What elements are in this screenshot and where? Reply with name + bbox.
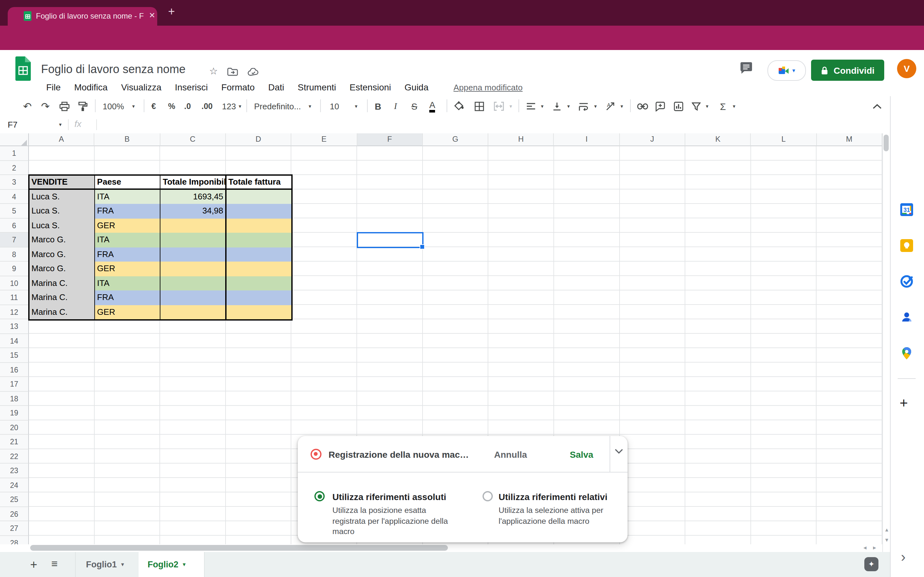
row-header-15[interactable]: 15: [0, 348, 29, 363]
absolute-references-radio[interactable]: [314, 491, 325, 501]
all-sheets-icon[interactable]: ≡: [51, 558, 58, 571]
collapse-toolbar-icon[interactable]: [873, 103, 882, 109]
row-header-4[interactable]: 4: [0, 189, 29, 204]
menu-guida[interactable]: Guida: [405, 82, 429, 92]
new-tab-icon[interactable]: +: [168, 5, 175, 19]
column-header-F[interactable]: F: [357, 133, 423, 146]
menu-estensioni[interactable]: Estensioni: [350, 82, 391, 92]
row-header-12[interactable]: 12: [0, 305, 29, 319]
column-header-C[interactable]: C: [160, 133, 226, 146]
print-icon[interactable]: [59, 101, 70, 111]
row-header-6[interactable]: 6: [0, 218, 29, 233]
row-header-27[interactable]: 27: [0, 521, 29, 536]
row-header-2[interactable]: 2: [0, 161, 29, 175]
insert-link-icon[interactable]: [637, 103, 648, 109]
borders-icon[interactable]: [474, 101, 485, 111]
format-percent-button[interactable]: %: [168, 102, 175, 111]
text-color-button[interactable]: A: [429, 100, 435, 112]
column-header-E[interactable]: E: [291, 133, 357, 146]
increase-decimals-button[interactable]: .00: [202, 102, 213, 111]
column-header-G[interactable]: G: [423, 133, 489, 146]
column-header-B[interactable]: B: [95, 133, 160, 146]
menu-visualizza[interactable]: Visualizza: [121, 82, 162, 92]
row-header-22[interactable]: 22: [0, 449, 29, 464]
add-addon-icon[interactable]: +: [900, 395, 908, 412]
menu-dati[interactable]: Dati: [268, 82, 284, 92]
column-header-M[interactable]: M: [817, 133, 882, 146]
keep-icon[interactable]: [900, 239, 914, 253]
formats-caret-icon[interactable]: ▾: [239, 103, 241, 109]
select-all-corner[interactable]: [0, 133, 29, 146]
decrease-decimals-button[interactable]: .0: [184, 102, 191, 111]
column-header-H[interactable]: H: [488, 133, 554, 146]
zoom-caret-icon[interactable]: ▾: [132, 103, 135, 109]
comment-history-icon[interactable]: [739, 61, 753, 75]
row-header-28[interactable]: 28: [0, 536, 29, 544]
font-size-caret-icon[interactable]: ▾: [355, 103, 357, 109]
move-folder-icon[interactable]: [227, 67, 238, 76]
tasks-icon[interactable]: [900, 274, 914, 288]
paint-format-icon[interactable]: [78, 101, 88, 111]
vertical-scrollbar-thumb[interactable]: [884, 135, 889, 151]
selected-cell-F7[interactable]: [357, 232, 423, 248]
redo-icon[interactable]: ↷: [41, 100, 50, 112]
namebox-caret-icon[interactable]: ▾: [59, 122, 61, 127]
row-header-1[interactable]: 1: [0, 146, 29, 161]
row-header-23[interactable]: 23: [0, 464, 29, 478]
gemini-sparkle-icon[interactable]: ✦: [864, 557, 879, 571]
column-header-I[interactable]: I: [554, 133, 620, 146]
row-header-24[interactable]: 24: [0, 478, 29, 492]
row-header-14[interactable]: 14: [0, 334, 29, 348]
scroll-left-icon[interactable]: ◄: [863, 545, 867, 551]
valign-caret-icon[interactable]: ▾: [567, 103, 570, 109]
row-header-25[interactable]: 25: [0, 492, 29, 507]
scroll-up-icon[interactable]: ▲: [884, 527, 889, 533]
vertical-align-icon[interactable]: [552, 102, 561, 111]
macro-save-button[interactable]: Salva: [570, 450, 593, 460]
filter-caret-icon[interactable]: ▾: [706, 103, 708, 109]
column-header-D[interactable]: D: [226, 133, 292, 146]
halign-caret-icon[interactable]: ▾: [541, 103, 543, 109]
macro-cancel-button[interactable]: Annulla: [494, 450, 527, 460]
macro-collapse-button[interactable]: [610, 436, 628, 472]
last-edit-link[interactable]: Appena modificato: [454, 83, 523, 93]
row-header-21[interactable]: 21: [0, 435, 29, 449]
relative-references-radio[interactable]: [483, 491, 493, 501]
horizontal-align-icon[interactable]: [526, 102, 536, 110]
vertical-scrollbar[interactable]: [882, 133, 890, 552]
row-header-26[interactable]: 26: [0, 507, 29, 521]
merge-cells-icon[interactable]: [493, 101, 504, 111]
menu-inserisci[interactable]: Inserisci: [175, 82, 208, 92]
row-header-16[interactable]: 16: [0, 363, 29, 377]
row-header-17[interactable]: 17: [0, 377, 29, 392]
font-select[interactable]: Predefinito...: [254, 101, 301, 111]
column-header-J[interactable]: J: [620, 133, 686, 146]
functions-button[interactable]: Σ: [720, 101, 726, 111]
wrap-caret-icon[interactable]: ▾: [594, 103, 597, 109]
insert-chart-icon[interactable]: [674, 101, 683, 111]
row-header-10[interactable]: 10: [0, 276, 29, 290]
star-icon[interactable]: ☆: [209, 65, 218, 77]
row-header-5[interactable]: 5: [0, 204, 29, 218]
insert-comment-icon[interactable]: [655, 101, 666, 111]
column-header-L[interactable]: L: [751, 133, 817, 146]
maps-icon[interactable]: [900, 346, 914, 360]
undo-icon[interactable]: ↶: [23, 100, 32, 112]
font-size-select[interactable]: 10: [330, 101, 339, 111]
formula-input[interactable]: [103, 119, 873, 131]
menu-file[interactable]: File: [46, 82, 61, 92]
column-header-K[interactable]: K: [685, 133, 751, 146]
row-header-18[interactable]: 18: [0, 392, 29, 406]
menu-strumenti[interactable]: Strumenti: [298, 82, 336, 92]
text-rotation-icon[interactable]: A: [606, 102, 615, 111]
horizontal-scrollbar-thumb[interactable]: [30, 545, 448, 551]
add-sheet-icon[interactable]: +: [30, 558, 37, 572]
row-header-9[interactable]: 9: [0, 261, 29, 276]
menu-formato[interactable]: Formato: [221, 82, 255, 92]
cloud-saved-icon[interactable]: [248, 68, 259, 76]
strikethrough-button[interactable]: S: [411, 101, 417, 111]
fill-color-icon[interactable]: [454, 101, 465, 111]
sheet-tab-foglio1[interactable]: Foglio1 ▾: [77, 552, 133, 577]
tab-close-icon[interactable]: ✕: [149, 11, 155, 20]
document-title[interactable]: Foglio di lavoro senza nome: [41, 63, 186, 76]
